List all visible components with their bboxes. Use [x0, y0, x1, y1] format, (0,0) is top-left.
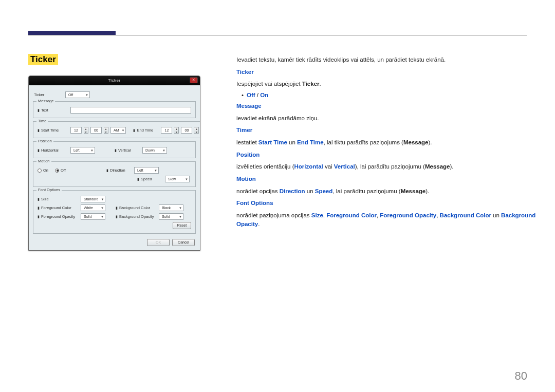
vertical-label: ▮Vertical	[115, 148, 140, 153]
right-column: Ievadiet tekstu, kamēr tiek rādīts video…	[236, 54, 540, 251]
vertical-select[interactable]: Down▼	[142, 147, 167, 154]
ticker-label: Ticker	[34, 92, 62, 97]
position-legend: Position	[36, 139, 53, 143]
page-number: 80	[515, 369, 527, 383]
motion-on-radio[interactable]: On	[38, 168, 53, 173]
direction-select[interactable]: Left▼	[134, 167, 159, 174]
timer-heading: Timer	[236, 127, 252, 133]
left-column: Ticker Ticker X Ticker Off▼ Message ▮Tex…	[28, 54, 200, 251]
message-legend: Message	[36, 99, 55, 103]
message-heading: Message	[236, 103, 262, 109]
end-hour-spinner[interactable]: 12	[161, 127, 172, 134]
message-text-label: ▮Text	[38, 108, 68, 113]
close-button[interactable]: X	[190, 77, 198, 83]
spinner-arrows-icon[interactable]	[104, 127, 108, 134]
message-fieldset: Message ▮Text	[33, 101, 196, 118]
spinner-arrows-icon[interactable]	[84, 127, 88, 134]
chevron-down-icon: ▼	[85, 94, 88, 97]
dialog-body: Ticker Off▼ Message ▮Text Time ▮Start	[29, 85, 200, 250]
end-min-spinner[interactable]: 00	[181, 127, 192, 134]
motion-desc: norādiet opcijas Direction un Speed, lai…	[236, 187, 540, 196]
end-time-label: ▮End Time	[133, 128, 159, 133]
bg-color-select[interactable]: Black▼	[159, 204, 183, 211]
position-desc: izvēlieties orientāciju (Horizontal vai …	[236, 162, 540, 171]
intro-text: Ievadiet tekstu, kamēr tiek rādīts video…	[236, 55, 540, 64]
size-select[interactable]: Standard▼	[81, 196, 105, 202]
direction-label: ▮Direction	[106, 168, 132, 173]
start-min-spinner[interactable]: 00	[90, 127, 102, 134]
size-label: ▮Size	[38, 197, 79, 201]
ticker-value: Off	[68, 93, 73, 97]
bg-color-label: ▮Background Color	[116, 206, 157, 210]
header-accent-bar	[28, 31, 116, 35]
ticker-heading: Ticker	[236, 69, 254, 75]
timer-desc: iestatiet Start Time un End Time, lai ti…	[236, 138, 540, 147]
font-heading: Font Options	[236, 200, 273, 206]
motion-off-radio[interactable]: Off	[55, 168, 72, 173]
start-hour-spinner[interactable]: 12	[70, 127, 82, 134]
motion-fieldset: Motion On Off ▮Direction Left▼ ▮Speed Sl…	[33, 161, 196, 187]
ticker-select[interactable]: Off▼	[65, 91, 90, 98]
ticker-row: Ticker Off▼	[33, 89, 196, 101]
font-options-fieldset: Font Options ▮Size Standard▼ ▮Foreground…	[33, 190, 196, 234]
dialog-titlebar: Ticker X	[29, 76, 200, 85]
motion-legend: Motion	[36, 159, 51, 163]
fg-opacity-select[interactable]: Solid▼	[81, 213, 105, 220]
fg-color-label: ▮Foreground Color	[38, 206, 79, 210]
time-fieldset: Time ▮Start Time 12 00 AM▼ ▮End Time 12 …	[33, 121, 200, 138]
fg-opacity-label: ▮Foreground Opacity	[38, 214, 79, 219]
motion-heading: Motion	[236, 176, 256, 182]
message-desc: ievadiet ekrānā parādāmo ziņu.	[236, 114, 540, 123]
spinner-arrows-icon[interactable]	[194, 127, 199, 134]
bg-opacity-select[interactable]: Solid▼	[159, 213, 183, 220]
section-title: Ticker	[28, 54, 58, 65]
position-fieldset: Position ▮Horizontal Left▼ ▮Vertical Dow…	[33, 141, 196, 158]
bg-opacity-label: ▮Background Opacity	[116, 214, 157, 219]
font-legend: Font Options	[36, 188, 62, 192]
dialog-title: Ticker	[108, 78, 120, 83]
font-desc: norādiet paziņojuma opcijas Size, Foregr…	[236, 211, 540, 228]
offon-bullet: Off / On	[236, 92, 540, 98]
horizontal-select[interactable]: Left▼	[70, 147, 95, 154]
start-time-label: ▮Start Time	[38, 128, 68, 133]
page-content: Ticker Ticker X Ticker Off▼ Message ▮Tex…	[28, 54, 540, 251]
reset-button[interactable]: Reset	[173, 222, 191, 229]
message-text-input[interactable]	[70, 107, 191, 114]
header-rule	[28, 35, 527, 35]
spinner-arrows-icon[interactable]	[174, 127, 179, 134]
cancel-button[interactable]: Cancel	[172, 239, 195, 246]
ok-button[interactable]: OK	[147, 239, 170, 246]
speed-select[interactable]: Slow▼	[165, 176, 190, 182]
dialog-footer-buttons: OK Cancel	[33, 237, 196, 247]
horizontal-label: ▮Horizontal	[38, 148, 68, 153]
ticker-dialog: Ticker X Ticker Off▼ Message ▮Text	[28, 76, 200, 251]
start-ampm-select[interactable]: AM▼	[110, 127, 126, 134]
time-legend: Time	[36, 119, 48, 123]
position-heading: Position	[236, 152, 260, 158]
ticker-desc: Iespējojiet vai atspējojiet Ticker.	[236, 80, 540, 88]
fg-color-select[interactable]: White▼	[81, 204, 105, 211]
speed-label: ▮Speed	[137, 177, 163, 181]
